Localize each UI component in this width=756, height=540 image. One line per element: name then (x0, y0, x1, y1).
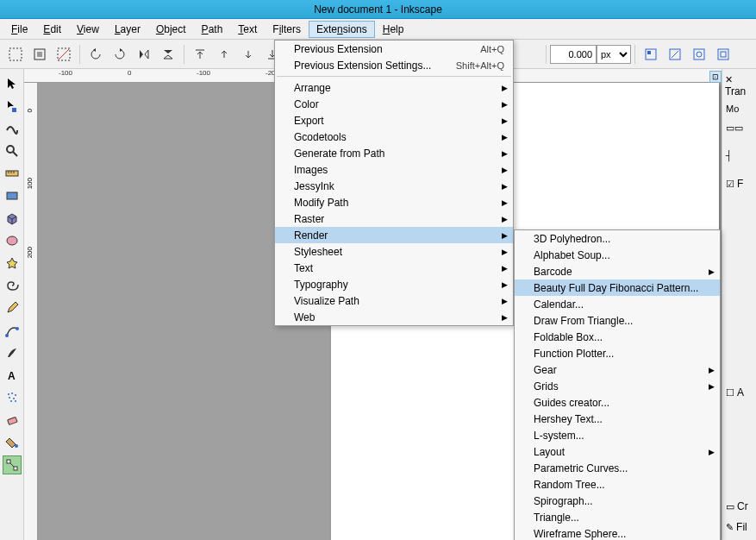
menu-layer[interactable]: Layer (107, 21, 148, 38)
menuitem-fibonacci-pattern[interactable]: Beauty Full Day Fibonacci Pattern... (515, 279, 720, 296)
menuitem-gcodetools[interactable]: Gcodetools▶ (275, 129, 513, 145)
tb-flip-h-icon[interactable] (134, 44, 154, 65)
menu-view[interactable]: View (69, 21, 107, 38)
menuitem-arrange[interactable]: Arrange▶ (275, 79, 513, 96)
svg-point-25 (16, 327, 19, 330)
tool-spiral[interactable] (3, 276, 22, 295)
menuitem-random-tree[interactable]: Random Tree... (515, 476, 720, 493)
menuitem-images[interactable]: Images▶ (275, 161, 513, 178)
toolbar-unit-select[interactable]: px (597, 45, 631, 64)
menuitem-typography[interactable]: Typography▶ (275, 276, 513, 292)
menu-path[interactable]: Path (194, 21, 231, 38)
tool-node[interactable] (3, 97, 22, 116)
menu-help[interactable]: Help (375, 21, 412, 38)
right-icon-1[interactable]: ▭▭ (726, 122, 743, 134)
tb-flip-v-icon[interactable] (158, 44, 178, 65)
svg-point-24 (5, 334, 9, 337)
right-icon-2[interactable]: ┤ (726, 150, 733, 160)
menu-object[interactable]: Object (148, 21, 194, 38)
tb-deselect-icon[interactable] (53, 44, 74, 65)
menu-filters[interactable]: Filters (265, 21, 309, 38)
tb-raise-icon[interactable] (214, 44, 234, 65)
ruler-zoom-icon[interactable]: ⊡ (709, 71, 722, 83)
tool-measure[interactable] (3, 164, 22, 183)
menuitem-text-ext[interactable]: Text▶ (275, 260, 513, 276)
menuitem-visualize-path[interactable]: Visualize Path▶ (275, 292, 513, 309)
chevron-right-icon: ▶ (502, 215, 508, 223)
menuitem-3d-polyhedron[interactable]: 3D Polyhedron... (515, 230, 720, 247)
menuitem-grids[interactable]: Grids▶ (515, 378, 720, 394)
menuitem-web[interactable]: Web▶ (275, 309, 513, 325)
menuitem-foldable-box[interactable]: Foldable Box... (515, 329, 720, 345)
svg-point-32 (10, 400, 12, 402)
menuitem-function-plotter[interactable]: Function Plotter... (515, 345, 720, 361)
menuitem-modify-path[interactable]: Modify Path▶ (275, 194, 513, 210)
menuitem-export[interactable]: Export▶ (275, 112, 513, 129)
tb-raise-top-icon[interactable] (190, 44, 210, 65)
menu-extensions[interactable]: Extensions (309, 21, 375, 38)
menuitem-calendar[interactable]: Calendar... (515, 296, 720, 312)
tool-ellipse[interactable] (3, 231, 22, 250)
tool-3dbox[interactable] (3, 209, 22, 228)
right-checkbox-f[interactable]: ☑ F (726, 178, 743, 190)
menu-text[interactable]: Text (230, 21, 265, 38)
right-icon-cr[interactable]: ▭ Cr (726, 500, 748, 512)
tool-sculpt[interactable] (3, 119, 22, 138)
menuitem-barcode[interactable]: Barcode▶ (515, 263, 720, 279)
right-icon-fil[interactable]: ✎ Fil (726, 521, 747, 533)
svg-point-23 (7, 236, 17, 245)
tool-star[interactable] (3, 254, 22, 273)
toolbar-separator (634, 45, 635, 64)
tb-select-layer-icon[interactable] (29, 44, 50, 65)
tool-spray[interactable] (3, 388, 22, 407)
tool-pencil[interactable] (3, 298, 22, 317)
menu-edit[interactable]: Edit (35, 21, 69, 38)
tb-rotate-cw-icon[interactable] (109, 44, 130, 65)
tb-select-all-icon[interactable] (5, 44, 26, 65)
menuitem-raster[interactable]: Raster▶ (275, 210, 513, 227)
menuitem-l-system[interactable]: L-system... (515, 427, 720, 443)
svg-rect-14 (721, 52, 726, 57)
menuitem-wireframe-sphere[interactable]: Wireframe Sphere... (515, 525, 720, 540)
menuitem-layout[interactable]: Layout▶ (515, 443, 720, 460)
tb-affect-3-icon[interactable] (689, 44, 709, 65)
menuitem-color[interactable]: Color▶ (275, 96, 513, 112)
menuitem-spirograph[interactable]: Spirograph... (515, 493, 720, 509)
tb-rotate-ccw-icon[interactable] (85, 44, 106, 65)
menuitem-previous-extension-settings[interactable]: Previous Extension Settings... Shift+Alt… (275, 57, 513, 73)
tb-affect-4-icon[interactable] (713, 44, 734, 65)
tool-eraser[interactable] (3, 411, 22, 430)
toolbar-numeric-input[interactable] (550, 45, 597, 64)
tool-bucket[interactable] (3, 433, 22, 452)
svg-line-38 (10, 463, 14, 467)
right-checkbox-a[interactable]: ☐ A (726, 386, 744, 399)
tool-rect[interactable] (3, 186, 22, 205)
menuitem-guides-creator[interactable]: Guides creator... (515, 394, 720, 411)
menuitem-gear[interactable]: Gear▶ (515, 361, 720, 378)
menu-file[interactable]: File (3, 21, 35, 38)
tool-connector[interactable] (3, 455, 22, 474)
menuitem-parametric-curves[interactable]: Parametric Curves... (515, 460, 720, 476)
chevron-right-icon: ▶ (502, 116, 508, 125)
tb-affect-2-icon[interactable] (665, 44, 685, 65)
svg-line-10 (672, 51, 678, 58)
menuitem-alphabet-soup[interactable]: Alphabet Soup... (515, 247, 720, 263)
tool-zoom[interactable] (3, 141, 22, 160)
menuitem-hershey-text[interactable]: Hershey Text... (515, 411, 720, 427)
menu-separator (277, 76, 511, 77)
menuitem-triangle[interactable]: Triangle... (515, 509, 720, 525)
toolbar-separator (184, 45, 184, 64)
menuitem-stylesheet[interactable]: Stylesheet▶ (275, 243, 513, 260)
menuitem-previous-extension[interactable]: Previous Extension Alt+Q (275, 41, 513, 57)
tool-bezier[interactable] (3, 321, 22, 340)
menuitem-render[interactable]: Render▶ (275, 227, 513, 243)
tool-pointer[interactable] (3, 74, 22, 93)
right-tab-transform[interactable]: ✕ Tran (725, 74, 756, 97)
menuitem-generate-from-path[interactable]: Generate from Path▶ (275, 145, 513, 161)
menuitem-jessyink[interactable]: JessyInk▶ (275, 178, 513, 194)
tool-calligraphy[interactable] (3, 343, 22, 362)
tb-affect-1-icon[interactable] (640, 44, 661, 65)
tool-text[interactable]: A (3, 366, 22, 385)
tb-lower-icon[interactable] (238, 44, 259, 65)
menuitem-draw-from-triangle[interactable]: Draw From Triangle... (515, 312, 720, 329)
